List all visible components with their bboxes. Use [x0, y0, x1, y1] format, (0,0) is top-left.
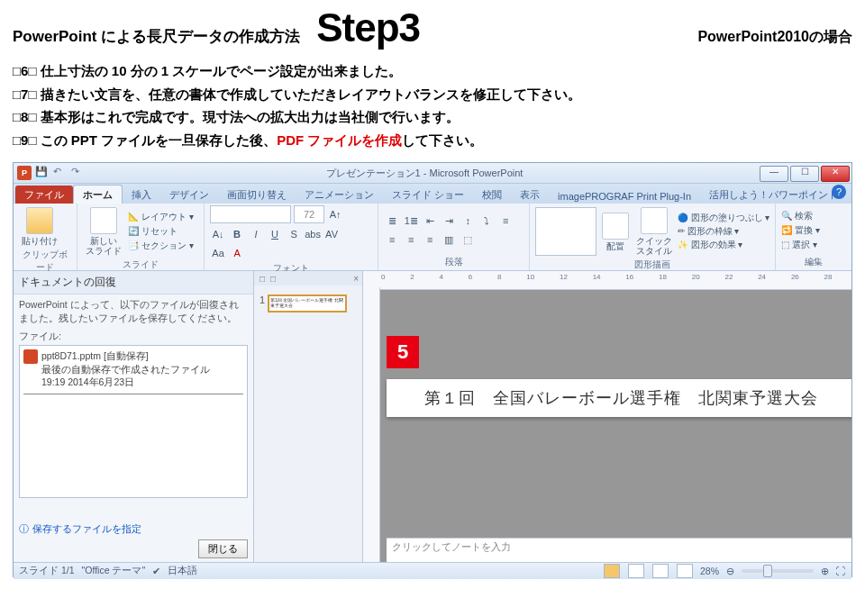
view-reading-button[interactable]	[652, 564, 669, 578]
status-spellcheck-icon[interactable]: ✔	[152, 566, 160, 576]
slide-thumbnail-1[interactable]: 第1回 全国バレーボール選手権 北関東予選大会	[268, 294, 347, 313]
doc-title: PowerPoint による長尺データの作成方法	[13, 26, 300, 47]
view-sorter-button[interactable]	[628, 564, 644, 578]
font-color-button[interactable]: A	[229, 245, 245, 261]
minimize-button[interactable]: —	[760, 166, 788, 182]
recovery-message: PowerPoint によって、以下のファイルが回復されました。残したいファイル…	[14, 294, 253, 328]
quick-styles-icon	[641, 207, 668, 234]
align-left-button[interactable]: ≡	[497, 213, 514, 229]
step-list: □6□ 仕上寸法の 10 分の 1 スケールでページ設定が出来ました。 □7□ …	[13, 59, 852, 151]
select-button[interactable]: ⬚ 選択 ▾	[781, 239, 820, 251]
smartart-button[interactable]: ⬚	[460, 231, 476, 248]
find-button[interactable]: 🔍 検索	[781, 210, 820, 222]
tab-insert[interactable]: 挿入	[123, 186, 160, 204]
bold-button[interactable]: B	[229, 226, 245, 242]
tab-review[interactable]: 校閲	[473, 186, 511, 204]
status-bar: スライド 1/1 "Office テーマ" ✔ 日本語 28% ⊖ ⊕ ⛶	[14, 562, 851, 579]
zoom-slider[interactable]	[742, 569, 814, 573]
indent-dec-button[interactable]: ⇤	[422, 213, 438, 229]
shadow-button[interactable]: abs	[305, 226, 321, 242]
recovery-specify-link[interactable]: ⓘ保存するファイルを指定	[19, 522, 248, 536]
horizontal-ruler: 024681012141618202224262830	[363, 271, 851, 290]
tab-design[interactable]: デザイン	[160, 186, 218, 204]
new-slide-button[interactable]: 新しい スライド	[83, 205, 124, 258]
group-clipboard: クリップボード	[19, 248, 71, 274]
zoom-percent[interactable]: 28%	[700, 566, 719, 576]
recovery-item[interactable]: ppt8D71.pptm [自動保存] 最後の自動保存で作成されたファイル 19…	[23, 349, 243, 388]
tab-animations[interactable]: アニメーション	[296, 186, 383, 204]
shape-fill-button[interactable]: 🔵 図形の塗りつぶし ▾	[678, 213, 769, 224]
tab-file[interactable]: ファイル	[15, 186, 73, 204]
slide-content[interactable]: 第１回 全国バレーボール選手権 北関東予選大会	[387, 379, 851, 417]
arrange-icon	[602, 213, 629, 240]
qat-undo-icon[interactable]: ↶	[53, 166, 68, 180]
strike-button[interactable]: S	[286, 226, 302, 242]
tab-transitions[interactable]: 画面切り替え	[218, 186, 296, 204]
shape-effects-button[interactable]: ✨ 図形の効果 ▾	[678, 240, 769, 251]
indent-inc-button[interactable]: ⇥	[441, 213, 457, 229]
document-icon	[23, 349, 38, 364]
ribbon: 貼り付け クリップボード 新しい スライド 📐 レイアウト ▾ 🔄 リセット 📑…	[14, 204, 851, 271]
quick-styles-button[interactable]: クイック スタイル	[634, 205, 674, 258]
justify-button[interactable]: ≡	[422, 231, 438, 248]
view-normal-button[interactable]	[604, 564, 620, 578]
tab-tips[interactable]: 活用しよう！パワーポイント	[700, 186, 847, 204]
step-8: □8□ 基本形はこれで完成です。現寸法への拡大出力は当社側で行います。	[13, 105, 852, 129]
shrink-font-icon[interactable]: A↓	[210, 226, 226, 242]
recovery-files-label: ファイル:	[14, 328, 253, 345]
zoom-in-button[interactable]: ⊕	[821, 566, 829, 576]
columns-button[interactable]: ▥	[441, 231, 457, 248]
qat-redo-icon[interactable]: ↷	[71, 166, 86, 180]
numbering-button[interactable]: 1≣	[403, 213, 419, 229]
grow-font-icon[interactable]: A↑	[327, 206, 343, 222]
shape-outline-button[interactable]: ✏ 図形の枠線 ▾	[678, 226, 769, 238]
ribbon-tabs: ファイル ホーム 挿入 デザイン 画面切り替え アニメーション スライド ショー…	[14, 184, 851, 204]
notes-pane[interactable]: クリックしてノートを入力	[387, 538, 851, 562]
tab-slideshow[interactable]: スライド ショー	[383, 186, 473, 204]
status-language[interactable]: 日本語	[168, 565, 197, 577]
tab-view[interactable]: 表示	[511, 186, 549, 204]
status-theme: "Office テーマ"	[82, 565, 146, 577]
vertical-ruler	[363, 287, 380, 562]
text-direction-button[interactable]: ⤵	[478, 213, 495, 229]
font-size-combo[interactable]: 72	[294, 205, 324, 223]
layout-button[interactable]: 📐 レイアウト ▾	[128, 211, 194, 223]
group-paragraph: 段落	[384, 255, 524, 268]
recovery-close-button[interactable]: 閉じる	[198, 539, 248, 558]
slide-canvas[interactable]: 024681012141618202224262830 5 第１回 全国バレーボ…	[363, 271, 851, 562]
app-icon: P	[17, 166, 32, 180]
font-case-button[interactable]: Aa	[210, 245, 226, 261]
tab-prograf[interactable]: imagePROGRAF Print Plug-In	[549, 188, 700, 204]
view-slideshow-button[interactable]	[677, 564, 693, 578]
document-recovery-pane: ドキュメントの回復 PowerPoint によって、以下のファイルが回復されまし…	[14, 271, 254, 562]
recovery-title: ドキュメントの回復	[14, 271, 253, 294]
recovery-file-list[interactable]: ppt8D71.pptm [自動保存] 最後の自動保存で作成されたファイル 19…	[19, 345, 248, 498]
shapes-gallery[interactable]	[535, 207, 596, 256]
powerpoint-window: P 💾 ↶ ↷ プレゼンテーション1 - Microsoft PowerPoin…	[13, 162, 852, 577]
tab-home[interactable]: ホーム	[73, 185, 123, 204]
reset-button[interactable]: 🔄 リセット	[128, 225, 194, 238]
replace-button[interactable]: 🔁 置換 ▾	[781, 224, 820, 237]
align-center-button[interactable]: ≡	[384, 231, 400, 248]
line-spacing-button[interactable]: ↕	[460, 213, 476, 229]
section-button[interactable]: 📑 セクション ▾	[128, 240, 194, 252]
maximize-button[interactable]: ☐	[790, 166, 819, 182]
arrange-button[interactable]: 配置	[600, 211, 631, 253]
title-bar: P 💾 ↶ ↷ プレゼンテーション1 - Microsoft PowerPoin…	[14, 163, 851, 184]
group-drawing: 図形描画	[535, 258, 769, 271]
step-heading: Step3	[316, 5, 420, 50]
help-icon[interactable]: ?	[832, 185, 846, 199]
fit-window-button[interactable]: ⛶	[836, 566, 846, 576]
close-button[interactable]: ✕	[821, 166, 850, 182]
callout-5: 5	[387, 336, 419, 368]
bullets-button[interactable]: ≣	[384, 213, 400, 229]
char-spacing-button[interactable]: AV	[323, 226, 340, 242]
underline-button[interactable]: U	[267, 226, 283, 242]
italic-button[interactable]: I	[248, 226, 264, 242]
clipboard-icon	[26, 207, 53, 234]
paste-button[interactable]: 貼り付け	[19, 205, 60, 248]
zoom-out-button[interactable]: ⊖	[726, 566, 734, 576]
font-family-combo[interactable]	[210, 205, 291, 223]
align-right-button[interactable]: ≡	[403, 231, 419, 248]
qat-save-icon[interactable]: 💾	[35, 166, 50, 180]
